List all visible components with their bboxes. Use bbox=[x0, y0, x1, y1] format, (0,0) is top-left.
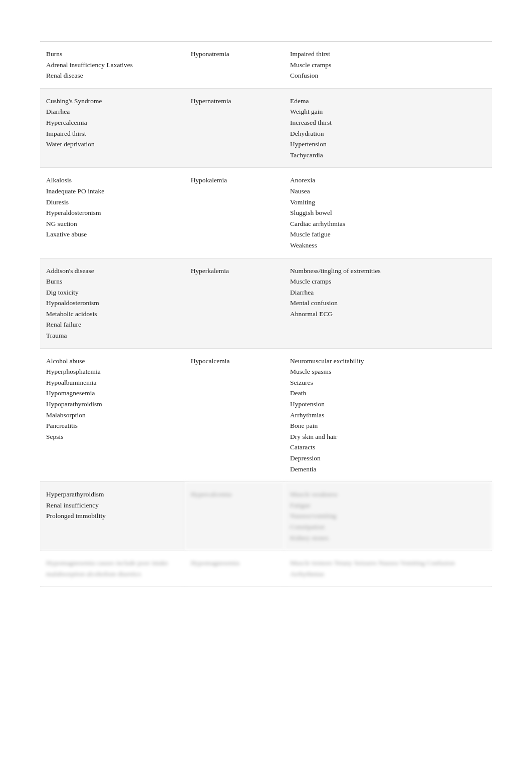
condition-cell: Hypercalcemia bbox=[185, 482, 284, 551]
cause-cell: Cushing's Syndrome Diarrhea Hypercalcemi… bbox=[40, 88, 185, 168]
condition-cell: Hyperkalemia bbox=[185, 258, 284, 348]
cause-cell: Alkalosis Inadequate PO intake Diuresis … bbox=[40, 168, 185, 258]
effect-cell: Anorexia Nausea Vomiting Sluggish bowel … bbox=[284, 168, 492, 258]
cause-cell: Hyperparathyroidism Renal insufficiency … bbox=[40, 482, 185, 551]
table-row: Addison's disease Burns Dig toxicity Hyp… bbox=[40, 258, 492, 348]
table-row: Hyperparathyroidism Renal insufficiency … bbox=[40, 482, 492, 551]
table-row: Alcohol abuse Hyperphosphatemia Hypoalbu… bbox=[40, 348, 492, 482]
effect-cell: Neuromuscular excitability Muscle spasms… bbox=[284, 348, 492, 482]
cause-cell: Burns Adrenal insufficiency Laxatives Re… bbox=[40, 42, 185, 89]
condition-cell: Hyponatremia bbox=[185, 42, 284, 89]
header-effect bbox=[284, 30, 492, 42]
table-row: Cushing's Syndrome Diarrhea Hypercalcemi… bbox=[40, 88, 492, 168]
cause-cell: Hypomagnesemia causes include poor intak… bbox=[40, 551, 185, 587]
cause-cell: Addison's disease Burns Dig toxicity Hyp… bbox=[40, 258, 185, 348]
electrolyte-table: Burns Adrenal insufficiency Laxatives Re… bbox=[40, 30, 492, 587]
cause-cell: Alcohol abuse Hyperphosphatemia Hypoalbu… bbox=[40, 348, 185, 482]
effect-cell: Numbness/tingling of extremities Muscle … bbox=[284, 258, 492, 348]
effect-cell: Muscle weakness Fatigue Nausea/vomiting … bbox=[284, 482, 492, 551]
condition-cell: Hypomagnesemia bbox=[185, 551, 284, 587]
condition-cell: Hypernatremia bbox=[185, 88, 284, 168]
header-condition bbox=[185, 30, 284, 42]
condition-cell: Hypokalemia bbox=[185, 168, 284, 258]
table-row: Burns Adrenal insufficiency Laxatives Re… bbox=[40, 42, 492, 89]
effect-cell: Muscle tremors Tetany Seizures Nausea Vo… bbox=[284, 551, 492, 587]
table-row: Hypomagnesemia causes include poor intak… bbox=[40, 551, 492, 587]
effect-cell: Impaired thirst Muscle cramps Confusion bbox=[284, 42, 492, 89]
condition-cell: Hypocalcemia bbox=[185, 348, 284, 482]
page-container: Burns Adrenal insufficiency Laxatives Re… bbox=[0, 0, 532, 617]
table-row: Alkalosis Inadequate PO intake Diuresis … bbox=[40, 168, 492, 258]
effect-cell: Edema Weight gain Increased thirst Dehyd… bbox=[284, 88, 492, 168]
header-cause bbox=[40, 30, 185, 42]
